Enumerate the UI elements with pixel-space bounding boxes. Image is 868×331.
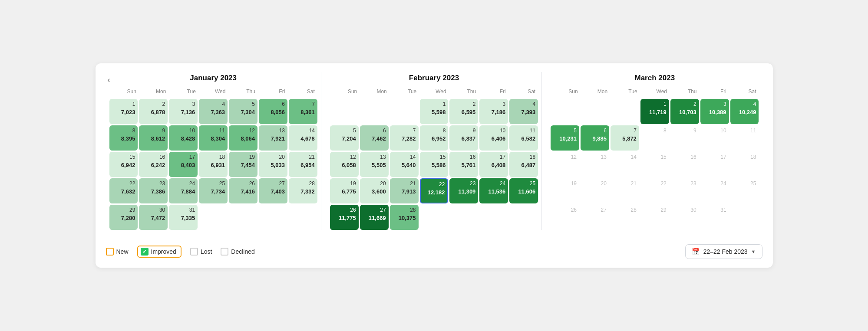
- day-cell[interactable]: 69,885: [581, 125, 609, 151]
- day-cell[interactable]: 88,395: [109, 125, 138, 151]
- day-cell[interactable]: 118,304: [199, 125, 228, 151]
- day-cell[interactable]: 166,242: [139, 152, 168, 177]
- day-cell[interactable]: 30: [670, 205, 699, 230]
- lost-checkbox[interactable]: [190, 248, 198, 256]
- day-cell[interactable]: 137,921: [259, 125, 287, 151]
- day-cell[interactable]: 75,872: [611, 125, 639, 151]
- day-cell[interactable]: 2311,309: [449, 178, 478, 203]
- day-cell[interactable]: 57,304: [229, 99, 257, 124]
- day-cell[interactable]: 176,408: [479, 152, 508, 177]
- day-cell[interactable]: 287,332: [289, 178, 317, 203]
- day-cell[interactable]: 307,472: [139, 205, 168, 230]
- day-cell[interactable]: 9: [670, 125, 699, 151]
- day-cell[interactable]: 257,734: [199, 178, 228, 203]
- day-cell[interactable]: 178,403: [169, 152, 198, 177]
- day-cell[interactable]: 145,640: [390, 152, 419, 177]
- day-cell[interactable]: 2810,375: [390, 205, 419, 230]
- day-cell[interactable]: 31: [700, 205, 729, 230]
- day-cell[interactable]: 210,703: [670, 99, 699, 124]
- day-cell[interactable]: 19: [551, 178, 579, 203]
- day-cell[interactable]: 205,033: [259, 152, 287, 177]
- day-cell[interactable]: 15: [640, 152, 669, 177]
- day-cell[interactable]: 22: [640, 178, 669, 203]
- date-picker-button[interactable]: 📅 22–22 Feb 2023 ▼: [685, 244, 762, 259]
- day-cell[interactable]: 37,136: [169, 99, 198, 124]
- day-cell[interactable]: 108,428: [169, 125, 198, 151]
- day-cell[interactable]: 111,719: [640, 99, 669, 124]
- day-cell[interactable]: 126,058: [330, 152, 359, 177]
- prev-month-button[interactable]: ‹: [104, 74, 114, 86]
- day-cell: [730, 205, 759, 230]
- day-cell[interactable]: 13: [581, 152, 609, 177]
- day-cell[interactable]: 17: [700, 152, 729, 177]
- day-cell[interactable]: 17,023: [109, 99, 138, 124]
- new-checkbox[interactable]: [106, 248, 114, 256]
- day-cell[interactable]: 23: [670, 178, 699, 203]
- day-cell[interactable]: 2511,606: [509, 178, 538, 203]
- improved-checkbox[interactable]: ✓: [141, 248, 149, 256]
- day-cell[interactable]: 156,942: [109, 152, 138, 177]
- day-cell[interactable]: 197,454: [229, 152, 257, 177]
- day-cell[interactable]: 144,678: [289, 125, 317, 151]
- day-cell[interactable]: 47,393: [509, 99, 538, 124]
- day-cell[interactable]: 24: [700, 178, 729, 203]
- day-cell[interactable]: 247,884: [169, 178, 198, 203]
- day-cell[interactable]: 21: [611, 178, 639, 203]
- day-cell[interactable]: 310,389: [700, 99, 729, 124]
- day-cell[interactable]: 2411,536: [479, 178, 508, 203]
- day-cell[interactable]: 15,598: [420, 99, 449, 124]
- day-cell[interactable]: 196,775: [330, 178, 359, 203]
- day-cell[interactable]: 267,416: [229, 178, 257, 203]
- day-cell[interactable]: 78,361: [289, 99, 317, 124]
- day-number: 31: [189, 206, 195, 214]
- day-cell[interactable]: 47,363: [199, 99, 228, 124]
- day-cell[interactable]: 26: [551, 205, 579, 230]
- day-cell[interactable]: 98,612: [139, 125, 168, 151]
- day-cell[interactable]: 29: [640, 205, 669, 230]
- day-number: 22: [439, 181, 445, 188]
- day-cell[interactable]: 96,837: [449, 125, 478, 151]
- day-cell[interactable]: 14: [611, 152, 639, 177]
- day-cell[interactable]: 186,487: [509, 152, 538, 177]
- day-cell[interactable]: 128,064: [229, 125, 257, 151]
- day-cell[interactable]: 18: [730, 152, 759, 177]
- day-cell[interactable]: 217,913: [390, 178, 419, 203]
- day-cell[interactable]: 77,282: [390, 125, 419, 151]
- day-cell[interactable]: 28: [611, 205, 639, 230]
- day-cell[interactable]: 26,595: [449, 99, 478, 124]
- day-cell[interactable]: 135,505: [360, 152, 389, 177]
- day-cell[interactable]: 2611,775: [330, 205, 359, 230]
- day-cell[interactable]: 227,632: [109, 178, 138, 203]
- day-cell[interactable]: 68,056: [259, 99, 287, 124]
- day-cell[interactable]: 116,582: [509, 125, 538, 151]
- day-cell[interactable]: 10: [700, 125, 729, 151]
- day-cell[interactable]: 67,462: [360, 125, 389, 151]
- day-cell[interactable]: 25: [730, 178, 759, 203]
- day-cell[interactable]: 237,386: [139, 178, 168, 203]
- day-cell[interactable]: 57,204: [330, 125, 359, 151]
- day-cell[interactable]: 37,186: [479, 99, 508, 124]
- day-cell[interactable]: 86,952: [420, 125, 449, 151]
- day-cell[interactable]: 510,231: [551, 125, 579, 151]
- day-cell[interactable]: 155,586: [420, 152, 449, 177]
- day-cell[interactable]: 26,878: [139, 99, 168, 124]
- day-cell[interactable]: 165,761: [449, 152, 478, 177]
- day-cell[interactable]: 186,931: [199, 152, 228, 177]
- day-cell[interactable]: 11: [730, 125, 759, 151]
- day-cell[interactable]: 317,335: [169, 205, 198, 230]
- day-cell[interactable]: 2212,182: [420, 178, 449, 203]
- day-cell[interactable]: 216,954: [289, 152, 317, 177]
- day-cell[interactable]: 2711,669: [360, 205, 389, 230]
- day-number: 9: [162, 127, 165, 134]
- day-cell[interactable]: 203,600: [360, 178, 389, 203]
- day-cell[interactable]: 297,280: [109, 205, 138, 230]
- day-cell[interactable]: 27: [581, 205, 609, 230]
- day-cell[interactable]: 20: [581, 178, 609, 203]
- day-cell[interactable]: 277,403: [259, 178, 287, 203]
- declined-checkbox[interactable]: [221, 248, 228, 256]
- day-cell[interactable]: 106,406: [479, 125, 508, 151]
- day-cell[interactable]: 12: [551, 152, 579, 177]
- day-cell[interactable]: 8: [640, 125, 669, 151]
- day-cell[interactable]: 16: [670, 152, 699, 177]
- day-cell[interactable]: 410,249: [730, 99, 759, 124]
